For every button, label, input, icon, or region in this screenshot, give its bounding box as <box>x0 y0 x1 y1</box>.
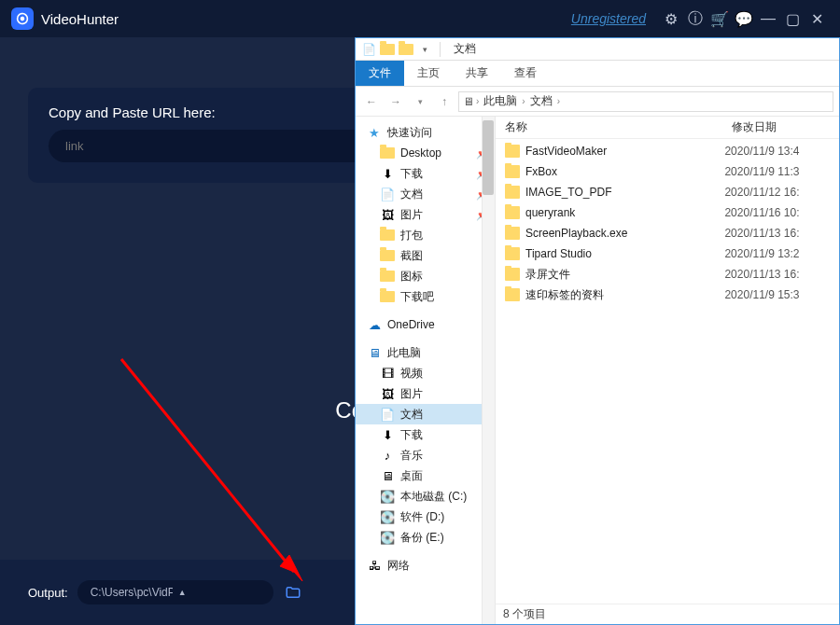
sidebar-item[interactable]: 📄文档📌 <box>356 184 495 204</box>
app-logo: ⦿ <box>11 7 34 30</box>
scrollbar[interactable] <box>482 117 495 624</box>
sidebar-item[interactable]: ⬇下载 <box>356 424 495 445</box>
doc-icon: 📄 <box>380 187 395 201</box>
file-list-pane: 名称 修改日期 FastVideoMaker2020/11/9 13:4FxBo… <box>496 117 839 624</box>
folder-icon <box>505 206 520 219</box>
sidebar-item[interactable]: 🖼图片📌 <box>356 204 495 225</box>
folder-icon <box>505 227 520 240</box>
sidebar-item[interactable]: 下载吧 <box>356 286 495 307</box>
drive-icon: 💽 <box>380 509 395 524</box>
download-icon: ⬇ <box>380 166 395 181</box>
sidebar-item[interactable]: 图标 <box>356 266 495 286</box>
tab-home[interactable]: 主页 <box>404 61 453 86</box>
sidebar-item[interactable]: 💽本地磁盘 (C:) <box>356 486 495 507</box>
column-headers: 名称 修改日期 <box>496 117 839 139</box>
download-icon: ⬇ <box>380 427 395 442</box>
pc-icon: 🖥 <box>367 345 382 360</box>
app-title: VideoHunter <box>41 11 119 27</box>
crumb-thispc[interactable]: 此电脑 <box>481 93 520 109</box>
drive-icon: 💽 <box>380 489 395 504</box>
list-item[interactable]: 录屏文件2020/11/13 16: <box>496 264 839 285</box>
list-item[interactable]: Tipard Studio2020/11/9 13:2 <box>496 243 839 264</box>
quick-access-toolbar: 📄 ▾ 文档 <box>356 38 839 61</box>
unregistered-link[interactable]: Unregistered <box>571 11 646 26</box>
crumb-documents[interactable]: 文档 <box>527 93 555 109</box>
file-list: FastVideoMaker2020/11/9 13:4FxBox2020/11… <box>496 139 839 604</box>
desktop-icon: 🖥 <box>380 468 395 483</box>
list-item[interactable]: queryrank2020/11/16 10: <box>496 202 839 223</box>
list-item[interactable]: IMAGE_TO_PDF2020/11/12 16: <box>496 182 839 202</box>
sidebar-item-quickaccess[interactable]: ★ 快速访问 <box>356 122 495 143</box>
col-name[interactable]: 名称 <box>496 119 722 135</box>
folder-icon <box>505 186 520 199</box>
sidebar-item[interactable]: 打包 <box>356 225 495 245</box>
folder-icon <box>380 289 395 304</box>
ribbon-tabs: 文件 主页 共享 查看 <box>356 61 839 87</box>
output-path[interactable]: C:\Users\pc\VidPaw\Downlo ▲ <box>77 580 273 604</box>
explorer-window: 📄 ▾ 文档 文件 主页 共享 查看 ← → ▾ ↑ 🖥 › 此电脑 › 文档 … <box>355 37 840 625</box>
breadcrumb[interactable]: 🖥 › 此电脑 › 文档 › <box>458 91 833 112</box>
sidebar-item-network[interactable]: 🖧 网络 <box>356 555 495 576</box>
nav-pane: ★ 快速访问 Desktop📌⬇下载📌📄文档📌🖼图片📌打包截图图标下载吧 ☁ O… <box>356 117 496 624</box>
up-button[interactable]: ↑ <box>434 91 455 112</box>
titlebar: ⦿ VideoHunter Unregistered ⚙ ⓘ 🛒 💬 — ▢ ✕ <box>0 0 840 37</box>
pic-icon: 🖼 <box>380 207 395 222</box>
info-icon[interactable]: ⓘ <box>683 7 707 31</box>
close-icon[interactable]: ✕ <box>805 7 829 31</box>
list-item[interactable]: 速印标签的资料2020/11/9 15:3 <box>496 285 839 305</box>
doc-icon: 📄 <box>380 407 395 422</box>
folder-icon <box>380 42 395 57</box>
output-label: Output: <box>28 586 68 600</box>
window-title: 文档 <box>454 41 476 57</box>
folder-icon <box>505 288 520 301</box>
chevron-up-icon: ▲ <box>178 588 260 597</box>
folder-icon <box>380 228 395 243</box>
sidebar-item[interactable]: ⬇下载📌 <box>356 163 495 184</box>
maximize-icon[interactable]: ▢ <box>780 7 805 31</box>
tab-view[interactable]: 查看 <box>501 61 550 86</box>
sidebar-item[interactable]: 🖥桌面 <box>356 465 495 486</box>
tab-file[interactable]: 文件 <box>356 61 404 86</box>
folder-icon <box>380 146 395 160</box>
folder-icon <box>505 247 520 260</box>
drive-icon: 💽 <box>380 530 395 545</box>
list-item[interactable]: FxBox2020/11/9 11:3 <box>496 161 839 182</box>
cart-icon[interactable]: 🛒 <box>707 7 732 31</box>
address-bar: ← → ▾ ↑ 🖥 › 此电脑 › 文档 › <box>356 87 839 117</box>
chevron-down-icon[interactable]: ▾ <box>417 42 432 57</box>
folder-icon <box>399 42 413 57</box>
folder-icon <box>505 268 520 281</box>
col-date[interactable]: 修改日期 <box>722 119 839 135</box>
sidebar-item[interactable]: 🎞视频 <box>356 363 495 383</box>
settings-icon[interactable]: ⚙ <box>659 7 683 31</box>
tab-share[interactable]: 共享 <box>453 61 501 86</box>
folder-icon <box>380 269 395 284</box>
list-item[interactable]: FastVideoMaker2020/11/9 13:4 <box>496 141 839 161</box>
sidebar-item[interactable]: ♪音乐 <box>356 445 495 465</box>
output-path-text: C:\Users\pc\VidPaw\Downlo <box>91 586 173 599</box>
browse-folder-button[interactable] <box>283 582 303 603</box>
network-icon: 🖧 <box>367 558 382 573</box>
sidebar-item[interactable]: 截图 <box>356 245 495 266</box>
star-icon: ★ <box>367 125 382 140</box>
folder-icon <box>505 165 520 178</box>
sidebar-item[interactable]: 💽软件 (D:) <box>356 507 495 527</box>
minimize-icon[interactable]: — <box>756 7 780 31</box>
cloud-icon: ☁ <box>367 317 382 332</box>
forward-button[interactable]: → <box>385 91 406 112</box>
pic-icon: 🖼 <box>380 386 395 401</box>
list-item[interactable]: ScreenPlayback.exe2020/11/13 16: <box>496 223 839 243</box>
sidebar-item[interactable]: 🖼图片 <box>356 383 495 404</box>
chat-icon[interactable]: 💬 <box>732 7 756 31</box>
back-button[interactable]: ← <box>361 91 382 112</box>
music-icon: ♪ <box>380 448 395 463</box>
doc-icon: 📄 <box>361 42 376 57</box>
sidebar-item-thispc[interactable]: 🖥 此电脑 <box>356 342 495 363</box>
sidebar-item-onedrive[interactable]: ☁ OneDrive <box>356 314 495 335</box>
sidebar-item[interactable]: Desktop📌 <box>356 143 495 163</box>
folder-icon <box>505 145 520 158</box>
status-bar: 8 个项目 <box>496 604 839 624</box>
sidebar-item[interactable]: 📄文档 <box>356 404 495 424</box>
sidebar-item[interactable]: 💽备份 (E:) <box>356 527 495 548</box>
chevron-down-icon[interactable]: ▾ <box>410 91 430 112</box>
